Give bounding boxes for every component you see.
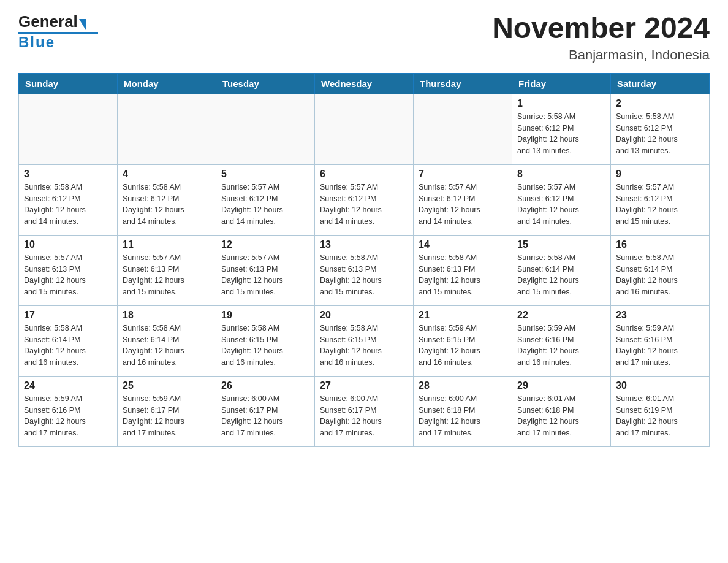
calendar-cell: 23Sunrise: 5:59 AMSunset: 6:16 PMDayligh…: [611, 305, 710, 376]
day-info: Sunrise: 5:57 AMSunset: 6:13 PMDaylight:…: [221, 252, 309, 298]
calendar-cell: 25Sunrise: 5:59 AMSunset: 6:17 PMDayligh…: [118, 376, 216, 446]
day-info: Sunrise: 5:58 AMSunset: 6:14 PMDaylight:…: [24, 323, 112, 369]
calendar-cell: 6Sunrise: 5:57 AMSunset: 6:12 PMDaylight…: [315, 164, 414, 235]
day-info: Sunrise: 6:01 AMSunset: 6:18 PMDaylight:…: [517, 393, 605, 439]
calendar-cell: 22Sunrise: 5:59 AMSunset: 6:16 PMDayligh…: [512, 305, 611, 376]
col-saturday: Saturday: [611, 73, 710, 94]
calendar-cell: 8Sunrise: 5:57 AMSunset: 6:12 PMDaylight…: [512, 164, 611, 235]
day-number: 30: [616, 380, 704, 391]
day-number: 17: [24, 310, 112, 321]
day-number: 3: [24, 169, 112, 180]
day-info: Sunrise: 5:58 AMSunset: 6:13 PMDaylight:…: [320, 252, 408, 298]
calendar-cell: [414, 94, 512, 164]
day-number: 14: [419, 239, 507, 250]
subtitle: Banjarmasin, Indonesia: [492, 47, 710, 63]
calendar-week-row: 10Sunrise: 5:57 AMSunset: 6:13 PMDayligh…: [19, 235, 710, 305]
day-info: Sunrise: 6:00 AMSunset: 6:17 PMDaylight:…: [320, 393, 408, 439]
day-info: Sunrise: 5:57 AMSunset: 6:12 PMDaylight:…: [221, 182, 309, 228]
calendar-cell: 26Sunrise: 6:00 AMSunset: 6:17 PMDayligh…: [216, 376, 315, 446]
calendar-cell: 27Sunrise: 6:00 AMSunset: 6:17 PMDayligh…: [315, 376, 414, 446]
day-number: 15: [517, 239, 605, 250]
day-number: 24: [24, 380, 112, 391]
day-info: Sunrise: 5:59 AMSunset: 6:17 PMDaylight:…: [123, 393, 211, 439]
calendar-cell: 28Sunrise: 6:00 AMSunset: 6:18 PMDayligh…: [414, 376, 512, 446]
day-info: Sunrise: 5:58 AMSunset: 6:15 PMDaylight:…: [320, 323, 408, 369]
day-number: 22: [517, 310, 605, 321]
day-info: Sunrise: 5:59 AMSunset: 6:16 PMDaylight:…: [24, 393, 112, 439]
calendar-table: Sunday Monday Tuesday Wednesday Thursday…: [18, 73, 710, 447]
logo: General Blue: [18, 12, 98, 51]
day-info: Sunrise: 5:58 AMSunset: 6:14 PMDaylight:…: [616, 252, 704, 298]
day-number: 12: [221, 239, 309, 250]
day-number: 28: [419, 380, 507, 391]
title-block: November 2024 Banjarmasin, Indonesia: [492, 12, 710, 63]
calendar-cell: 1Sunrise: 5:58 AMSunset: 6:12 PMDaylight…: [512, 94, 611, 164]
col-friday: Friday: [512, 73, 611, 94]
day-number: 20: [320, 310, 408, 321]
calendar-cell: 2Sunrise: 5:58 AMSunset: 6:12 PMDaylight…: [611, 94, 710, 164]
day-number: 25: [123, 380, 211, 391]
calendar-cell: 30Sunrise: 6:01 AMSunset: 6:19 PMDayligh…: [611, 376, 710, 446]
calendar-cell: 12Sunrise: 5:57 AMSunset: 6:13 PMDayligh…: [216, 235, 315, 305]
calendar-cell: 17Sunrise: 5:58 AMSunset: 6:14 PMDayligh…: [19, 305, 118, 376]
day-number: 6: [320, 169, 408, 180]
day-info: Sunrise: 5:57 AMSunset: 6:12 PMDaylight:…: [616, 182, 704, 228]
col-sunday: Sunday: [19, 73, 118, 94]
day-info: Sunrise: 5:58 AMSunset: 6:12 PMDaylight:…: [123, 182, 211, 228]
day-number: 10: [24, 239, 112, 250]
calendar-cell: [19, 94, 118, 164]
day-info: Sunrise: 5:58 AMSunset: 6:12 PMDaylight:…: [616, 111, 704, 157]
calendar-cell: 18Sunrise: 5:58 AMSunset: 6:14 PMDayligh…: [118, 305, 216, 376]
day-info: Sunrise: 5:58 AMSunset: 6:14 PMDaylight:…: [123, 323, 211, 369]
day-info: Sunrise: 5:57 AMSunset: 6:12 PMDaylight:…: [320, 182, 408, 228]
day-number: 11: [123, 239, 211, 250]
day-info: Sunrise: 5:58 AMSunset: 6:15 PMDaylight:…: [221, 323, 309, 369]
day-info: Sunrise: 5:58 AMSunset: 6:13 PMDaylight:…: [419, 252, 507, 298]
calendar-week-row: 24Sunrise: 5:59 AMSunset: 6:16 PMDayligh…: [19, 376, 710, 446]
day-number: 2: [616, 98, 704, 109]
calendar-cell: 7Sunrise: 5:57 AMSunset: 6:12 PMDaylight…: [414, 164, 512, 235]
day-info: Sunrise: 5:57 AMSunset: 6:12 PMDaylight:…: [419, 182, 507, 228]
day-number: 13: [320, 239, 408, 250]
calendar-cell: 9Sunrise: 5:57 AMSunset: 6:12 PMDaylight…: [611, 164, 710, 235]
day-info: Sunrise: 5:57 AMSunset: 6:13 PMDaylight:…: [123, 252, 211, 298]
day-info: Sunrise: 6:01 AMSunset: 6:19 PMDaylight:…: [616, 393, 704, 439]
day-info: Sunrise: 6:00 AMSunset: 6:17 PMDaylight:…: [221, 393, 309, 439]
calendar-cell: 24Sunrise: 5:59 AMSunset: 6:16 PMDayligh…: [19, 376, 118, 446]
day-number: 16: [616, 239, 704, 250]
day-number: 5: [221, 169, 309, 180]
day-number: 9: [616, 169, 704, 180]
calendar-week-row: 3Sunrise: 5:58 AMSunset: 6:12 PMDaylight…: [19, 164, 710, 235]
day-number: 23: [616, 310, 704, 321]
day-info: Sunrise: 6:00 AMSunset: 6:18 PMDaylight:…: [419, 393, 507, 439]
day-info: Sunrise: 5:57 AMSunset: 6:13 PMDaylight:…: [24, 252, 112, 298]
col-wednesday: Wednesday: [315, 73, 414, 94]
calendar-cell: 5Sunrise: 5:57 AMSunset: 6:12 PMDaylight…: [216, 164, 315, 235]
calendar-cell: 14Sunrise: 5:58 AMSunset: 6:13 PMDayligh…: [414, 235, 512, 305]
calendar-cell: 10Sunrise: 5:57 AMSunset: 6:13 PMDayligh…: [19, 235, 118, 305]
col-tuesday: Tuesday: [216, 73, 315, 94]
day-info: Sunrise: 5:59 AMSunset: 6:16 PMDaylight:…: [517, 323, 605, 369]
logo-blue-text: Blue: [18, 34, 55, 51]
calendar-cell: 21Sunrise: 5:59 AMSunset: 6:15 PMDayligh…: [414, 305, 512, 376]
day-number: 18: [123, 310, 211, 321]
day-number: 29: [517, 380, 605, 391]
calendar-cell: [118, 94, 216, 164]
calendar-week-row: 1Sunrise: 5:58 AMSunset: 6:12 PMDaylight…: [19, 94, 710, 164]
day-info: Sunrise: 5:59 AMSunset: 6:16 PMDaylight:…: [616, 323, 704, 369]
day-info: Sunrise: 5:58 AMSunset: 6:12 PMDaylight:…: [517, 111, 605, 157]
calendar-cell: [216, 94, 315, 164]
day-info: Sunrise: 5:58 AMSunset: 6:12 PMDaylight:…: [24, 182, 112, 228]
calendar-cell: 19Sunrise: 5:58 AMSunset: 6:15 PMDayligh…: [216, 305, 315, 376]
calendar-cell: 11Sunrise: 5:57 AMSunset: 6:13 PMDayligh…: [118, 235, 216, 305]
calendar-cell: 16Sunrise: 5:58 AMSunset: 6:14 PMDayligh…: [611, 235, 710, 305]
logo-triangle-icon: [79, 19, 86, 30]
day-info: Sunrise: 5:57 AMSunset: 6:12 PMDaylight:…: [517, 182, 605, 228]
col-monday: Monday: [118, 73, 216, 94]
day-number: 7: [419, 169, 507, 180]
calendar-cell: [315, 94, 414, 164]
calendar-cell: 15Sunrise: 5:58 AMSunset: 6:14 PMDayligh…: [512, 235, 611, 305]
calendar-cell: 3Sunrise: 5:58 AMSunset: 6:12 PMDaylight…: [19, 164, 118, 235]
col-thursday: Thursday: [414, 73, 512, 94]
day-number: 4: [123, 169, 211, 180]
